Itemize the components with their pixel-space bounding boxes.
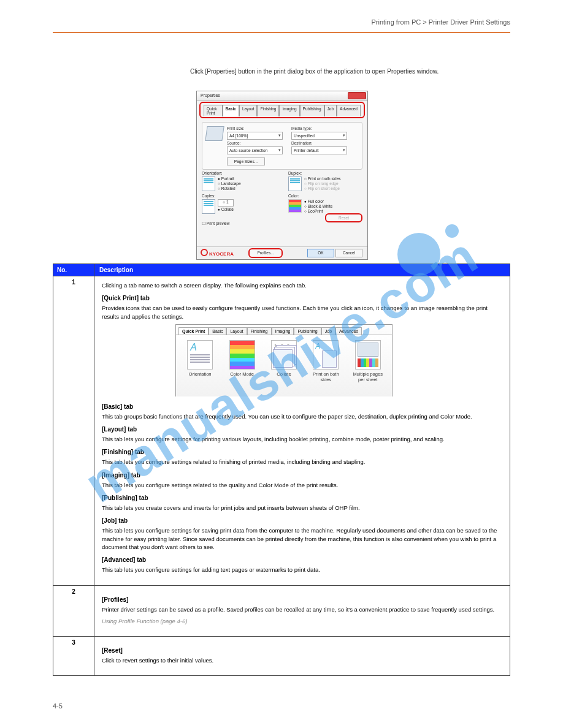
reset-desc: Click to revert settings to their initia… xyxy=(102,656,502,664)
qp-tab-advanced[interactable]: Advanced xyxy=(335,327,362,335)
properties-dialog: Properties Quick Print Basic Layout Fini… xyxy=(196,91,368,260)
reset-button-highlight[interactable]: Reset xyxy=(325,213,362,222)
duplex-check[interactable]: Print on both sides xyxy=(304,176,341,181)
col-desc: Description xyxy=(94,264,510,276)
duplex-icon xyxy=(288,176,302,191)
imaging-tab-desc: This tab lets you configure settings rel… xyxy=(102,481,502,489)
qp-tab-desc: Provides icons that can be used to easil… xyxy=(102,304,502,320)
duplex-shortedge: Flip on short edge xyxy=(304,186,341,191)
cancel-button[interactable]: Cancel xyxy=(335,249,362,257)
ecoprint-check[interactable]: EcoPrint xyxy=(304,209,332,213)
reset-title: [Reset] xyxy=(102,646,502,655)
media-type-label: Media type: xyxy=(291,126,347,131)
copies-title: Copies: xyxy=(202,194,276,198)
media-type-dropdown[interactable]: Unspecified xyxy=(291,132,347,140)
color-icon xyxy=(288,199,302,213)
finishing-tab-title: [Finishing] tab xyxy=(102,448,502,457)
duplex-title: Duplex: xyxy=(288,171,362,175)
row-no: 2 xyxy=(53,586,94,637)
quickprint-preview: Quick Print Basic Layout Finishing Imagi… xyxy=(175,324,393,396)
qp-tab-publishing[interactable]: Publishing xyxy=(294,327,321,335)
tab-advanced[interactable]: Advanced xyxy=(337,105,361,116)
job-tab-desc: This tab lets you configure settings for… xyxy=(102,526,502,551)
paper-icon xyxy=(205,126,224,141)
profiles-ref: Using Profile Function (page 4-6) xyxy=(102,617,502,625)
imaging-tab-title: [Imaging] tab xyxy=(102,471,502,480)
col-no: No. xyxy=(53,264,94,276)
table-row: 1 Clicking a tab name to switch a screen… xyxy=(53,276,510,585)
publishing-tab-desc: This tab lets you create covers and inse… xyxy=(102,504,502,512)
tab-publishing[interactable]: Publishing xyxy=(300,105,324,116)
qp-multipage[interactable]: Multiple pages per sheet xyxy=(350,340,386,382)
print-preview-check[interactable]: Print preview xyxy=(202,221,229,226)
publishing-tab-title: [Publishing] tab xyxy=(102,494,502,502)
tab-basic[interactable]: Basic xyxy=(223,105,239,116)
tab-strip: Quick Print Basic Layout Finishing Imagi… xyxy=(201,104,363,116)
finishing-tab-desc: This tab lets you configure settings rel… xyxy=(102,458,502,466)
copies-spinner[interactable]: 1 xyxy=(218,199,234,207)
qp-duplex[interactable]: Print on both sides xyxy=(308,340,343,382)
row-no: 1 xyxy=(53,276,94,585)
basic-tab-desc: This tab groups basic functions that are… xyxy=(102,412,502,420)
radio-portrait[interactable]: Portrait xyxy=(218,176,241,181)
table-row: 2 [Profiles] Printer driver settings can… xyxy=(53,585,510,637)
ok-button[interactable]: OK xyxy=(307,249,334,257)
profiles-desc: Printer driver settings can be saved as … xyxy=(102,605,502,613)
tab-layout[interactable]: Layout xyxy=(239,105,258,116)
radio-landscape[interactable]: Landscape xyxy=(218,181,241,186)
paper-group: Print size: A4 [100%] Source: Auto sourc… xyxy=(202,122,362,170)
destination-dropdown[interactable]: Printer default xyxy=(291,146,347,154)
row-no: 3 xyxy=(53,637,94,675)
destination-label: Destination: xyxy=(291,141,347,145)
description-table: No. Description 1 Clicking a tab name to… xyxy=(53,264,510,676)
source-label: Source: xyxy=(227,141,283,145)
qp-tab-finishing[interactable]: Finishing xyxy=(247,327,272,335)
page-header: Printing from PC > Printer Driver Print … xyxy=(372,18,511,26)
copies-icon xyxy=(202,199,215,214)
qp-tab-job[interactable]: Job xyxy=(321,327,335,335)
qp-tab-title: [Quick Print] tab xyxy=(102,294,502,303)
watermark-dot-icon xyxy=(445,224,459,238)
duplex-icon xyxy=(313,340,339,370)
qp-tab-layout[interactable]: Layout xyxy=(226,327,247,335)
close-icon[interactable] xyxy=(348,92,366,99)
qp-tab-quickprint[interactable]: Quick Print xyxy=(178,327,209,335)
advanced-tab-desc: This tab lets you configure settings for… xyxy=(102,566,502,574)
intro-text: Click [Properties] button in the print d… xyxy=(190,67,460,76)
tab-finishing[interactable]: Finishing xyxy=(257,105,279,116)
orientation-icon xyxy=(202,176,215,191)
orientation-radios[interactable]: Portrait Landscape Rotated xyxy=(218,176,241,191)
qp-colormode[interactable]: Color Mode xyxy=(224,340,260,377)
layout-tab-desc: This tab lets you configure settings for… xyxy=(102,435,502,443)
qp-tab-imaging[interactable]: Imaging xyxy=(272,327,294,335)
color-title: Color: xyxy=(288,194,362,198)
dialog-bottom-bar: KYOCERA Profiles... OK Cancel xyxy=(197,246,367,259)
page-number: 4-5 xyxy=(53,702,63,710)
color-radios[interactable]: Full color Black & White EcoPrint xyxy=(304,199,332,213)
qp-orientation[interactable]: Orientation xyxy=(182,340,218,377)
layout-tab-title: [Layout] tab xyxy=(102,425,502,434)
collate-checkbox[interactable]: Collate xyxy=(218,207,234,211)
tab-quickprint[interactable]: Quick Print xyxy=(204,105,223,116)
dialog-titlebar: Properties xyxy=(197,91,367,100)
basic-tab-title: [Basic] tab xyxy=(102,403,502,411)
tab-job[interactable]: Job xyxy=(324,105,337,116)
profiles-button-highlight[interactable]: Profiles... xyxy=(248,248,283,258)
print-size-dropdown[interactable]: A4 [100%] xyxy=(227,132,283,140)
orientation-icon xyxy=(187,340,213,370)
page-sizes-button[interactable]: Page Sizes... xyxy=(227,157,265,165)
orientation-title: Orientation: xyxy=(202,171,276,175)
radio-rotated[interactable]: Rotated xyxy=(218,186,241,191)
dialog-title: Properties xyxy=(201,93,220,97)
duplex-longedge: Flip on long edge xyxy=(304,181,341,186)
qp-collate[interactable]: Collate xyxy=(266,340,302,377)
radio-bw[interactable]: Black & White xyxy=(304,204,332,208)
job-tab-title: [Job] tab xyxy=(102,517,502,525)
tab-strip-highlight: Quick Print Basic Layout Finishing Imagi… xyxy=(199,102,365,118)
profiles-title: [Profiles] xyxy=(102,596,502,604)
radio-fullcolor[interactable]: Full color xyxy=(304,199,332,203)
qp-tab-basic[interactable]: Basic xyxy=(209,327,226,335)
source-dropdown[interactable]: Auto source selection xyxy=(227,146,283,154)
table-row: 3 [Reset] Click to revert settings to th… xyxy=(53,636,510,675)
tab-imaging[interactable]: Imaging xyxy=(279,105,299,116)
